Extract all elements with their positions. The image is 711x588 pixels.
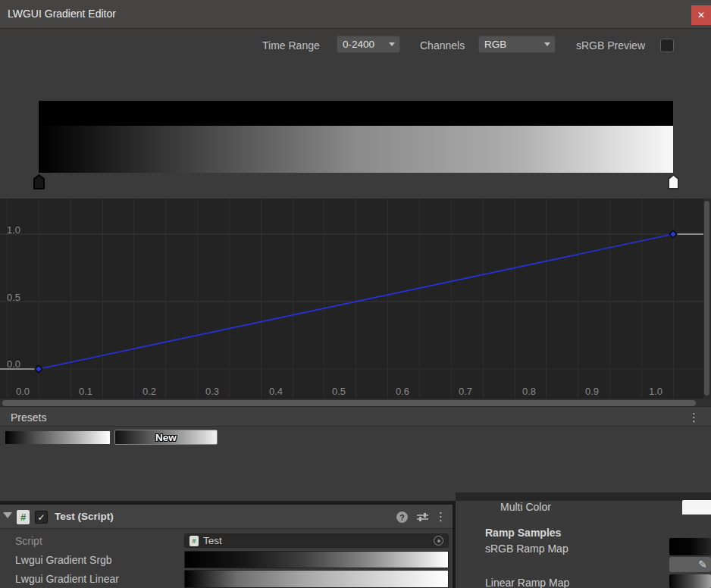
- srgb-ramp-thumbnail[interactable]: [669, 538, 711, 555]
- linear-ramp-map-label: Linear Ramp Map: [485, 577, 569, 588]
- gradient-srgb-label: Lwgui Gradient Srgb: [15, 554, 112, 566]
- script-icon-glyph: #: [20, 511, 26, 523]
- gradient-srgb-field[interactable]: [184, 551, 449, 568]
- srgb-preview-label: sRGB Preview: [576, 39, 645, 52]
- inspector-panel: # ✓ Test (Script) ? ⋮ Script # Test: [0, 505, 453, 588]
- script-icon-glyph: #: [192, 537, 196, 545]
- gradient-alpha-bar[interactable]: [39, 101, 673, 126]
- curve-point-start[interactable]: [35, 365, 42, 373]
- x-axis-tick: 0.2: [137, 386, 161, 397]
- ramp-samples-header: Ramp Samples: [485, 527, 561, 539]
- preset-gradient-swatch[interactable]: [5, 431, 110, 444]
- x-axis-tick: 0.1: [74, 386, 98, 397]
- multi-color-swatch[interactable]: [682, 500, 711, 514]
- new-preset-label: New: [155, 432, 177, 443]
- vertical-scrollbar[interactable]: [703, 199, 711, 399]
- x-axis-tick: 0.5: [327, 386, 351, 397]
- x-axis-tick: 0.3: [200, 386, 224, 397]
- channels-label: Channels: [420, 39, 465, 52]
- gradient-linear-field[interactable]: [184, 570, 449, 588]
- component-header[interactable]: # ✓ Test (Script) ? ⋮: [0, 505, 453, 529]
- lwgui-gradient-editor-window: LWGUI Gradient Editor ✕ Time Range 0-240…: [0, 0, 711, 588]
- presets-title: Presets: [11, 408, 46, 427]
- x-axis-tick: 0.0: [11, 386, 35, 397]
- time-range-label: Time Range: [262, 39, 320, 52]
- window-title: LWGUI Gradient Editor: [8, 8, 116, 20]
- linear-ramp-thumbnail[interactable]: [669, 574, 711, 588]
- new-preset-button[interactable]: New: [114, 430, 218, 445]
- srgb-preview-checkbox[interactable]: [660, 39, 674, 52]
- close-button[interactable]: ✕: [691, 5, 711, 25]
- object-picker-icon[interactable]: [434, 536, 443, 546]
- component-enabled-checkbox[interactable]: ✓: [35, 511, 48, 524]
- gradient-stop-end[interactable]: [668, 174, 679, 189]
- csharp-script-icon: #: [17, 510, 30, 524]
- chevron-down-icon: [389, 42, 395, 46]
- picker-dot: [437, 540, 440, 543]
- curve-point-end[interactable]: [669, 230, 677, 238]
- component-menu-icon[interactable]: ⋮: [435, 508, 446, 526]
- script-row-label: Script: [15, 535, 42, 547]
- curve-plot: [0, 199, 711, 399]
- x-axis-tick: 0.9: [580, 386, 604, 397]
- curve-editor[interactable]: 1.0 0.5 0.0 0.0 0.1 0.2 0.3 0.4 0.5 0.6 …: [0, 199, 711, 408]
- multi-color-label: Multi Color: [500, 501, 551, 513]
- y-axis-tick: 0.5: [7, 292, 28, 303]
- horizontal-scrollbar[interactable]: [0, 399, 711, 408]
- presets-sliders-icon[interactable]: [416, 512, 429, 522]
- vertical-scrollbar-thumb[interactable]: [704, 201, 709, 396]
- channels-value: RGB: [484, 39, 506, 50]
- gradient-stop-start[interactable]: [33, 174, 45, 189]
- gradient-linear-label: Lwgui Gradient Linear: [15, 573, 119, 585]
- csharp-script-icon: #: [189, 536, 199, 546]
- help-icon[interactable]: ?: [396, 511, 408, 523]
- y-axis-tick: 0.0: [7, 358, 28, 370]
- checkbox-check-glyph: ✓: [37, 512, 45, 523]
- horizontal-scrollbar-thumb[interactable]: [2, 400, 696, 406]
- x-axis-tick: 0.8: [517, 386, 541, 397]
- close-icon: ✕: [697, 10, 705, 20]
- x-axis-tick: 0.7: [453, 386, 478, 397]
- chevron-down-icon: [544, 42, 550, 46]
- material-panel: Multi Color Ramp Samples sRGB Ramp Map ✎…: [456, 493, 711, 588]
- edit-ramp-button[interactable]: ✎: [669, 557, 711, 572]
- presets-header: Presets ⋮: [0, 408, 711, 427]
- presets-menu-icon[interactable]: ⋮: [688, 408, 700, 427]
- foldout-triangle-icon[interactable]: [3, 512, 12, 518]
- script-object-value: Test: [203, 535, 434, 546]
- x-axis-tick: 0.4: [264, 386, 288, 397]
- panel-top-strip: [456, 493, 711, 501]
- component-title: Test (Script): [55, 511, 114, 522]
- title-bar: LWGUI Gradient Editor ✕: [0, 0, 711, 29]
- x-axis-tick: 0.6: [390, 386, 415, 397]
- gradient-preview-bar[interactable]: [39, 126, 673, 173]
- time-range-value: 0-2400: [343, 39, 374, 50]
- script-object-field[interactable]: # Test: [184, 533, 449, 548]
- help-glyph: ?: [399, 513, 404, 522]
- pencil-icon: ✎: [698, 558, 707, 571]
- x-axis-tick: 1.0: [644, 386, 668, 397]
- y-axis-tick: 1.0: [7, 224, 28, 236]
- srgb-ramp-map-label: sRGB Ramp Map: [485, 543, 568, 555]
- time-range-dropdown[interactable]: 0-2400: [337, 36, 400, 53]
- channels-dropdown[interactable]: RGB: [478, 36, 556, 53]
